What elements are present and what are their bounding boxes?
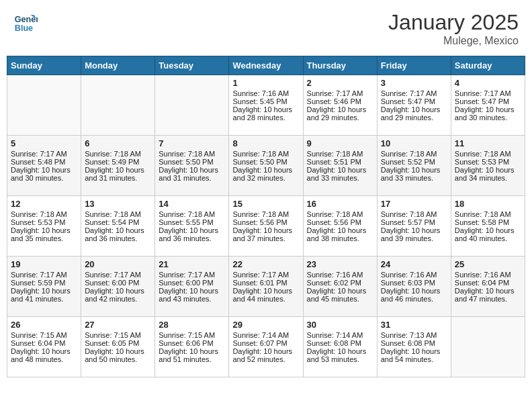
cell-info-line: Sunset: 6:07 PM xyxy=(232,339,299,347)
calendar-cell: 16Sunrise: 7:18 AMSunset: 5:56 PMDayligh… xyxy=(303,196,377,257)
cell-info-line: Daylight: 10 hours and 33 minutes. xyxy=(381,166,447,182)
day-number: 28 xyxy=(159,320,225,330)
header-day-tuesday: Tuesday xyxy=(155,56,229,75)
cell-info-line: Daylight: 10 hours and 51 minutes. xyxy=(159,347,225,363)
page-header: General Blue January 2025 Mulege, Mexico xyxy=(7,7,525,50)
day-number: 26 xyxy=(11,320,77,330)
calendar-cell: 17Sunrise: 7:18 AMSunset: 5:57 PMDayligh… xyxy=(377,196,451,257)
cell-info-line: Daylight: 10 hours and 28 minutes. xyxy=(232,105,299,122)
cell-info-line: Sunrise: 7:14 AM xyxy=(232,331,299,339)
cell-info-line: Sunset: 5:55 PM xyxy=(159,218,225,226)
cell-info-line: Sunset: 6:06 PM xyxy=(159,339,225,347)
cell-info-line: Sunset: 5:58 PM xyxy=(455,218,521,226)
cell-info-line: Sunrise: 7:15 AM xyxy=(159,331,225,339)
cell-info-line: Sunrise: 7:17 AM xyxy=(11,150,77,158)
day-number: 12 xyxy=(11,199,77,209)
day-number: 2 xyxy=(307,78,373,88)
cell-info-line: Daylight: 10 hours and 29 minutes. xyxy=(381,105,447,122)
header-day-thursday: Thursday xyxy=(303,56,377,75)
calendar-header-row: SundayMondayTuesdayWednesdayThursdayFrid… xyxy=(7,56,525,75)
header-day-monday: Monday xyxy=(81,56,155,75)
cell-info-line: Sunrise: 7:16 AM xyxy=(381,271,447,279)
calendar-cell: 21Sunrise: 7:17 AMSunset: 6:00 PMDayligh… xyxy=(155,257,229,317)
week-row-2: 5Sunrise: 7:17 AMSunset: 5:48 PMDaylight… xyxy=(7,136,525,196)
day-number: 9 xyxy=(307,138,373,148)
cell-info-line: Sunset: 6:04 PM xyxy=(11,339,77,347)
cell-info-line: Sunrise: 7:18 AM xyxy=(159,210,225,218)
cell-info-line: Sunset: 6:02 PM xyxy=(307,279,373,287)
day-number: 21 xyxy=(159,259,225,269)
cell-info-line: Sunset: 6:08 PM xyxy=(307,339,373,347)
calendar-cell: 5Sunrise: 7:17 AMSunset: 5:48 PMDaylight… xyxy=(7,136,81,196)
day-number: 24 xyxy=(381,259,447,269)
cell-info-line: Daylight: 10 hours and 50 minutes. xyxy=(85,347,151,363)
cell-info-line: Sunrise: 7:18 AM xyxy=(232,210,299,218)
week-row-5: 26Sunrise: 7:15 AMSunset: 6:04 PMDayligh… xyxy=(7,317,525,377)
cell-info-line: Sunrise: 7:18 AM xyxy=(307,210,373,218)
cell-info-line: Daylight: 10 hours and 42 minutes. xyxy=(85,287,151,303)
cell-info-line: Sunset: 5:56 PM xyxy=(232,218,299,226)
day-number: 4 xyxy=(455,78,521,88)
calendar-cell: 28Sunrise: 7:15 AMSunset: 6:06 PMDayligh… xyxy=(155,317,229,377)
calendar-cell: 6Sunrise: 7:18 AMSunset: 5:49 PMDaylight… xyxy=(81,136,155,196)
cell-info-line: Daylight: 10 hours and 54 minutes. xyxy=(381,347,447,363)
cell-info-line: Daylight: 10 hours and 44 minutes. xyxy=(232,287,299,303)
cell-info-line: Sunset: 5:50 PM xyxy=(159,158,225,166)
cell-info-line: Daylight: 10 hours and 47 minutes. xyxy=(455,287,521,303)
day-number: 23 xyxy=(307,259,373,269)
cell-info-line: Sunrise: 7:13 AM xyxy=(381,331,447,339)
cell-info-line: Daylight: 10 hours and 45 minutes. xyxy=(307,287,373,303)
day-number: 8 xyxy=(232,138,299,148)
day-number: 27 xyxy=(85,320,151,330)
cell-info-line: Daylight: 10 hours and 48 minutes. xyxy=(11,347,77,363)
day-number: 20 xyxy=(85,259,151,269)
cell-info-line: Sunset: 6:04 PM xyxy=(455,279,521,287)
calendar-table: SundayMondayTuesdayWednesdayThursdayFrid… xyxy=(7,56,525,377)
week-row-4: 19Sunrise: 7:17 AMSunset: 5:59 PMDayligh… xyxy=(7,257,525,317)
cell-info-line: Sunrise: 7:17 AM xyxy=(85,271,151,279)
logo-icon: General Blue xyxy=(13,10,38,34)
cell-info-line: Sunrise: 7:17 AM xyxy=(232,271,299,279)
calendar-cell: 20Sunrise: 7:17 AMSunset: 6:00 PMDayligh… xyxy=(81,257,155,317)
cell-info-line: Sunset: 5:47 PM xyxy=(455,97,521,105)
cell-info-line: Sunset: 5:53 PM xyxy=(455,158,521,166)
location: Mulege, Mexico xyxy=(388,35,519,47)
cell-info-line: Sunrise: 7:18 AM xyxy=(307,150,373,158)
cell-info-line: Daylight: 10 hours and 31 minutes. xyxy=(159,166,225,182)
calendar-cell: 14Sunrise: 7:18 AMSunset: 5:55 PMDayligh… xyxy=(155,196,229,257)
cell-info-line: Sunset: 6:08 PM xyxy=(381,339,447,347)
calendar-cell: 8Sunrise: 7:18 AMSunset: 5:50 PMDaylight… xyxy=(229,136,303,196)
day-number: 11 xyxy=(455,138,521,148)
cell-info-line: Sunset: 5:49 PM xyxy=(85,158,151,166)
cell-info-line: Daylight: 10 hours and 41 minutes. xyxy=(11,287,77,303)
cell-info-line: Sunrise: 7:17 AM xyxy=(455,89,521,97)
cell-info-line: Sunset: 5:50 PM xyxy=(232,158,299,166)
cell-info-line: Sunrise: 7:17 AM xyxy=(11,271,77,279)
cell-info-line: Sunrise: 7:18 AM xyxy=(232,150,299,158)
calendar-cell: 31Sunrise: 7:13 AMSunset: 6:08 PMDayligh… xyxy=(377,317,451,377)
cell-info-line: Sunset: 6:01 PM xyxy=(232,279,299,287)
calendar-cell xyxy=(7,75,81,136)
cell-info-line: Daylight: 10 hours and 30 minutes. xyxy=(455,105,521,122)
cell-info-line: Daylight: 10 hours and 43 minutes. xyxy=(159,287,225,303)
day-number: 3 xyxy=(381,78,447,88)
cell-info-line: Sunset: 5:52 PM xyxy=(381,158,447,166)
cell-info-line: Daylight: 10 hours and 29 minutes. xyxy=(307,105,373,122)
day-number: 19 xyxy=(11,259,77,269)
day-number: 18 xyxy=(455,199,521,209)
calendar-cell: 24Sunrise: 7:16 AMSunset: 6:03 PMDayligh… xyxy=(377,257,451,317)
header-day-sunday: Sunday xyxy=(7,56,81,75)
week-row-1: 1Sunrise: 7:16 AMSunset: 5:45 PMDaylight… xyxy=(7,75,525,136)
calendar-cell: 29Sunrise: 7:14 AMSunset: 6:07 PMDayligh… xyxy=(229,317,303,377)
cell-info-line: Sunrise: 7:18 AM xyxy=(159,150,225,158)
day-number: 29 xyxy=(232,320,299,330)
day-number: 30 xyxy=(307,320,373,330)
cell-info-line: Daylight: 10 hours and 46 minutes. xyxy=(381,287,447,303)
cell-info-line: Sunrise: 7:15 AM xyxy=(11,331,77,339)
cell-info-line: Sunset: 5:45 PM xyxy=(232,97,299,105)
cell-info-line: Daylight: 10 hours and 30 minutes. xyxy=(11,166,77,182)
cell-info-line: Daylight: 10 hours and 36 minutes. xyxy=(85,226,151,242)
calendar-cell: 1Sunrise: 7:16 AMSunset: 5:45 PMDaylight… xyxy=(229,75,303,136)
cell-info-line: Sunset: 6:03 PM xyxy=(381,279,447,287)
cell-info-line: Sunset: 6:00 PM xyxy=(85,279,151,287)
